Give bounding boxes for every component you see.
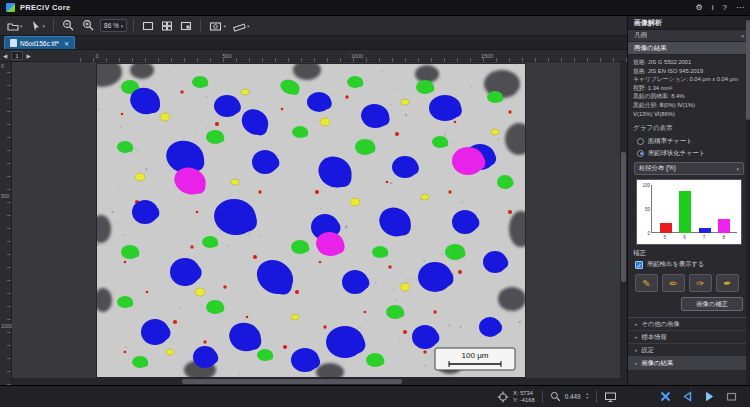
panel-scrollbar[interactable]: [746, 16, 750, 385]
panel-section-item[interactable]: ▸その他の画像: [628, 318, 750, 331]
checkbox-checked-icon[interactable]: ✓: [635, 261, 643, 269]
more-menu-icon[interactable]: ⋯: [736, 4, 744, 12]
layout-overview-button[interactable]: [178, 19, 194, 33]
section-expand-icon: ▸: [635, 360, 638, 366]
chart-ytick-label: 100: [642, 183, 650, 188]
analysis-info-line: 黒鉛分類: Ⅲ(0%) Ⅳ(1%): [633, 101, 745, 110]
page-number[interactable]: 1: [11, 51, 22, 60]
specimen-image[interactable]: 100 µm: [97, 64, 525, 377]
chart-xtick-label: 5: [664, 235, 667, 240]
ruler-tick-label: 1000: [1, 323, 12, 329]
ruler-tick-label: 0: [95, 53, 98, 59]
cursor-x-value: X: 5734: [513, 390, 535, 397]
chevron-down-icon: ▾: [247, 23, 250, 29]
previous-record-icon[interactable]: [681, 390, 694, 403]
show-graphite-checkbox-row[interactable]: ✓ 黒鉛検出を表示する: [628, 259, 750, 271]
chart-type-radio[interactable]: 黒鉛球状化チャート: [628, 147, 750, 159]
vertical-scrollbar[interactable]: [620, 62, 627, 385]
apply-row: 画像の補正: [628, 294, 750, 314]
document-icon: [10, 39, 17, 47]
detach-view-icon[interactable]: [725, 390, 738, 403]
apply-correction-button[interactable]: 画像の補正: [681, 297, 743, 311]
measure-button[interactable]: ▾: [231, 19, 252, 33]
app-title: PRECiV Core: [20, 3, 70, 12]
settings-gear-icon[interactable]: ⚙: [696, 4, 703, 12]
pencil-tool-button[interactable]: ✏: [662, 274, 685, 292]
section-label: 標本情報: [642, 333, 667, 342]
select-tool-button[interactable]: ▾: [28, 19, 48, 33]
titlebar-icons: ⚙ i ? ⋯: [696, 4, 744, 12]
graph-section-label: グラフの表示: [628, 120, 750, 135]
document-tabbar: N6od156c.tif* ✕: [0, 36, 627, 50]
chart-type-radio-group: 面積率チャート黒鉛球状化チャート: [628, 135, 750, 159]
horizontal-scrollbar[interactable]: [12, 378, 620, 385]
display-group: [604, 391, 617, 403]
folder-icon: [7, 20, 19, 32]
info-icon[interactable]: i: [712, 4, 714, 12]
radio-icon: [637, 150, 644, 157]
layout-single-button[interactable]: [140, 19, 156, 33]
ruler-tick-label: 0: [1, 63, 4, 69]
layout-grid-button[interactable]: [159, 19, 175, 33]
chart-type-radio[interactable]: 面積率チャート: [628, 135, 750, 147]
radio-label: 面積率チャート: [648, 137, 693, 146]
correction-tools-row: ✎ ✏ ✑ ✒: [628, 271, 750, 294]
zoom-level-select[interactable]: 86 % ▾: [100, 19, 127, 32]
analysis-info-line: 規格: JIS EN ISO 945:2019: [633, 67, 745, 76]
next-record-icon[interactable]: [703, 390, 716, 403]
chevron-down-icon: ▾: [20, 23, 23, 29]
open-file-button[interactable]: ▾: [5, 19, 25, 33]
panel-section-item[interactable]: ▸標本情報: [628, 331, 750, 344]
ink-tool-icon: ✒: [723, 278, 731, 289]
main-toolbar: ▾ ▾ 86 % ▾ ▾: [0, 16, 627, 36]
chevron-down-icon: ▾: [741, 33, 744, 39]
panel-section-item[interactable]: ▸画像の結果: [628, 357, 750, 370]
section-label: 設定: [642, 346, 655, 355]
statusbar: X: 5734 Y: -4168 0.449 ▲ ▼: [0, 385, 750, 407]
app-window: PRECiV Core ⚙ i ? ⋯ ▾ ▾ 86 % ▾: [0, 0, 750, 407]
monitor-icon[interactable]: [604, 391, 617, 403]
pointer-icon: [30, 20, 42, 32]
chevron-down-icon: ▾: [223, 23, 226, 29]
legend-label: 凡例: [634, 31, 647, 40]
analysis-info-line: Ⅴ(13%) Ⅵ(86%): [633, 110, 745, 119]
tab-filename: N6od156c.tif*: [20, 40, 59, 47]
panel-section-list: ▸その他の画像▸標本情報▸設定▸画像の結果: [628, 317, 750, 370]
chart-xtick-label: 8: [722, 235, 725, 240]
toolbar-separator: [53, 19, 54, 32]
panel-section-item[interactable]: ▸設定: [628, 344, 750, 357]
pen-tool-button[interactable]: ✑: [689, 274, 712, 292]
app-logo-icon: [6, 3, 15, 12]
stepper-down-icon[interactable]: ▼: [585, 397, 589, 401]
zoom-out-button[interactable]: [60, 18, 77, 33]
legend-toggle[interactable]: 凡例 ▾: [628, 30, 750, 42]
close-record-icon[interactable]: [659, 390, 672, 403]
micrograph-svg: 100 µm: [97, 64, 525, 377]
layout-single-icon: [142, 20, 154, 32]
scale-bar: 100 µm: [435, 348, 515, 370]
panel-title: 画像解析: [628, 16, 750, 30]
zoom-stepper[interactable]: ▲ ▼: [585, 393, 589, 401]
help-icon[interactable]: ?: [723, 4, 727, 12]
zoom-in-button[interactable]: [80, 18, 97, 33]
radio-label: 黒鉛球状化チャート: [648, 149, 705, 158]
zoom-factor-value[interactable]: 0.449: [565, 393, 581, 400]
ruler-tick-label: 500: [222, 53, 231, 59]
chart-metric-select[interactable]: 粒径分布 (%) ▾: [634, 162, 744, 175]
panel-scrollbar-thumb[interactable]: [746, 20, 750, 120]
vertical-scrollbar-thumb[interactable]: [621, 152, 626, 282]
snapshot-button[interactable]: ▾: [207, 19, 228, 33]
record-navigation: [659, 390, 738, 403]
ink-tool-button[interactable]: ✒: [716, 274, 739, 292]
horizontal-scrollbar-thumb[interactable]: [182, 379, 402, 384]
ruler-icon: [233, 20, 246, 32]
image-tab[interactable]: N6od156c.tif* ✕: [4, 36, 75, 49]
tab-close-icon[interactable]: ✕: [64, 40, 69, 47]
svg-text:100 µm: 100 µm: [462, 351, 489, 360]
analysis-info-line: 規格: JIS G 5502:2001: [633, 58, 745, 67]
results-header[interactable]: 画像の結果: [628, 42, 750, 55]
next-image-button[interactable]: ▶: [27, 53, 31, 59]
chart-ytick-label: 0: [647, 231, 650, 236]
prev-image-button[interactable]: ◀: [3, 53, 7, 59]
brush-tool-button[interactable]: ✎: [635, 274, 658, 292]
